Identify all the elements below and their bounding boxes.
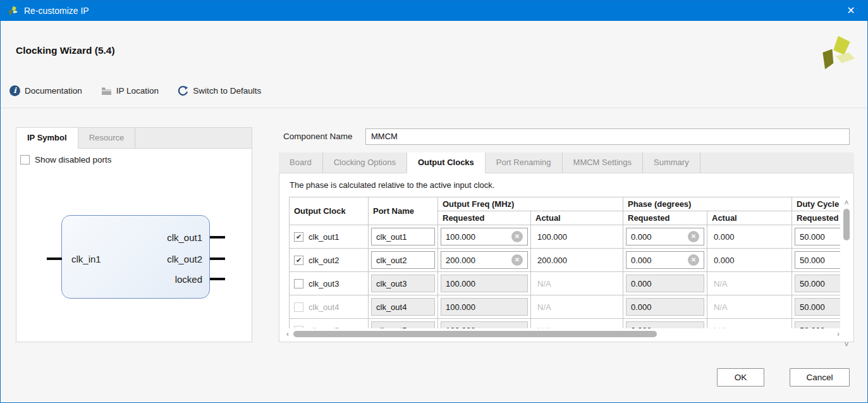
cell-freq-requested: 100.000 <box>438 295 531 319</box>
clear-icon[interactable]: ✕ <box>688 254 699 266</box>
cell-phase-actual: 0.000 <box>707 249 792 272</box>
scroll-down-icon[interactable]: ˅ <box>842 340 851 349</box>
tab-clocking-options[interactable]: Clocking Options <box>323 152 407 173</box>
component-name-label: Component Name <box>283 132 353 141</box>
component-name-input[interactable]: MMCM <box>365 128 850 145</box>
page-title: Clocking Wizard (5.4) <box>16 45 115 56</box>
scroll-left-icon[interactable]: ‹ <box>283 330 292 338</box>
switch-to-defaults-label: Switch to Defaults <box>193 86 261 96</box>
cell-freq-actual: 100.000 <box>531 225 623 249</box>
tab-summary[interactable]: Summary <box>643 152 700 173</box>
tab-port-renaming[interactable]: Port Renaming <box>486 152 563 173</box>
ip-location-button[interactable]: IP Location <box>101 86 159 96</box>
port-clk-out2: clk_out2 <box>167 254 202 264</box>
phase-requested-value: 0.000 <box>631 302 652 312</box>
phase-requested-value: 0.000 <box>631 279 652 288</box>
ip-symbol-diagram: clk_in1 clk_out1 clk_out2 locked <box>16 149 252 342</box>
phase-requested-input: 0.000 <box>626 321 704 328</box>
vertical-scroll-thumb[interactable] <box>843 209 850 240</box>
phase-requested-input: 0.000 <box>626 298 704 316</box>
port-name-input[interactable]: clk_out2 <box>371 251 435 269</box>
settings-panel: Board Clocking Options Output Clocks Por… <box>279 152 854 342</box>
xilinx-logo <box>816 32 857 74</box>
cell-output-clock: clk_out3 <box>290 272 369 295</box>
freq-actual-value: N/A <box>531 302 623 312</box>
stub-clk-in1 <box>47 257 62 260</box>
cell-port-name: clk_out1 <box>369 225 438 249</box>
cell-port-name: clk_out2 <box>369 249 438 272</box>
phase-actual-value: 0.000 <box>707 256 792 265</box>
cell-duty-requested: 50.000 <box>792 319 841 329</box>
tab-mmcm-settings[interactable]: MMCM Settings <box>563 152 643 173</box>
phase-actual-value: 0.000 <box>707 232 792 242</box>
close-icon[interactable]: ✕ <box>843 3 859 18</box>
port-name-input: clk_out4 <box>371 298 435 316</box>
tab-board[interactable]: Board <box>279 152 323 173</box>
row-enabled-checkbox[interactable] <box>294 302 303 312</box>
phase-note: The phase is calculated relative to the … <box>290 180 494 190</box>
phase-requested-value: 0.000 <box>631 256 652 265</box>
col-port-name: Port Name <box>369 197 438 225</box>
row-enabled-checkbox[interactable]: ✔ <box>294 232 303 242</box>
output-clocks-table-viewport: Output Clock Port Name Output Freq (MHz)… <box>289 197 840 328</box>
ip-symbol-panel: IP Symbol Resource Show disabled ports c… <box>16 127 252 342</box>
cell-duty-requested: 50.000 <box>792 225 841 249</box>
xilinx-titlebar-icon <box>7 5 18 16</box>
window-title: Re-customize IP <box>24 6 89 16</box>
scroll-up-icon[interactable]: ˄ <box>842 199 851 208</box>
clock-name-label: clk_out1 <box>309 232 339 242</box>
clock-name-label: clk_out2 <box>309 256 339 265</box>
port-name-input[interactable]: clk_out1 <box>371 228 435 245</box>
table-row: ✔clk_out2clk_out2200.000✕200.0000.000✕0.… <box>290 249 841 272</box>
cell-output-clock: clk_out4 <box>290 295 369 319</box>
documentation-button[interactable]: i Documentation <box>9 85 82 96</box>
vertical-scrollbar[interactable]: ˄ ˅ <box>842 199 852 349</box>
freq-actual-value: N/A <box>531 326 623 329</box>
freq-requested-input[interactable]: 200.000✕ <box>441 251 528 269</box>
output-clocks-table: Output Clock Port Name Output Freq (MHz)… <box>289 197 840 328</box>
cancel-button[interactable]: Cancel <box>790 368 850 387</box>
col-freq-requested: Requested <box>438 211 531 225</box>
refresh-icon <box>178 85 188 96</box>
info-icon: i <box>9 85 20 96</box>
freq-requested-input: 100.000 <box>441 321 528 328</box>
duty-requested-input[interactable]: 50.000 <box>795 251 840 269</box>
cell-freq-actual: N/A <box>531 272 623 295</box>
horizontal-scroll-thumb[interactable] <box>293 331 657 337</box>
clear-icon[interactable]: ✕ <box>688 231 699 242</box>
freq-actual-value: N/A <box>531 279 623 288</box>
port-clk-out1: clk_out1 <box>167 232 202 243</box>
cell-output-clock: ✔clk_out2 <box>290 249 369 272</box>
header-divider <box>1 108 867 108</box>
tab-ip-symbol[interactable]: IP Symbol <box>16 128 78 149</box>
row-enabled-checkbox[interactable] <box>294 279 303 288</box>
tab-output-clocks[interactable]: Output Clocks <box>407 152 486 173</box>
table-row: clk_out4clk_out4100.000N/A0.000N/A50.000 <box>290 295 841 319</box>
phase-requested-input[interactable]: 0.000✕ <box>626 228 704 245</box>
col-output-freq: Output Freq (MHz) <box>438 197 623 211</box>
phase-requested-value: 0.000 <box>631 232 652 242</box>
ok-button[interactable]: OK <box>717 368 764 387</box>
col-output-clock: Output Clock <box>290 197 369 225</box>
switch-to-defaults-button[interactable]: Switch to Defaults <box>178 85 261 96</box>
scroll-right-icon[interactable]: › <box>834 330 843 338</box>
freq-requested-value: 100.000 <box>446 279 475 288</box>
cell-freq-requested: 200.000✕ <box>438 249 531 272</box>
duty-requested-input: 50.000 <box>795 321 840 328</box>
phase-requested-input[interactable]: 0.000✕ <box>626 251 704 269</box>
horizontal-scrollbar[interactable]: ‹ › <box>283 329 843 339</box>
col-phase: Phase (degrees) <box>623 197 792 211</box>
duty-requested-input[interactable]: 50.000 <box>795 228 840 245</box>
clear-icon[interactable]: ✕ <box>511 231 523 242</box>
phase-actual-value: N/A <box>707 326 792 329</box>
clear-icon[interactable]: ✕ <box>511 254 523 266</box>
title-bar: Re-customize IP ✕ <box>1 1 867 21</box>
tab-resource[interactable]: Resource <box>78 128 136 148</box>
row-enabled-checkbox[interactable]: ✔ <box>294 256 303 265</box>
row-enabled-checkbox[interactable] <box>294 326 303 329</box>
cell-phase-requested: 0.000✕ <box>623 249 707 272</box>
cell-port-name: clk_out5 <box>369 319 438 329</box>
freq-requested-input[interactable]: 100.000✕ <box>441 228 528 245</box>
col-phase-requested: Requested <box>623 211 707 225</box>
freq-requested-value: 100.000 <box>446 302 475 312</box>
